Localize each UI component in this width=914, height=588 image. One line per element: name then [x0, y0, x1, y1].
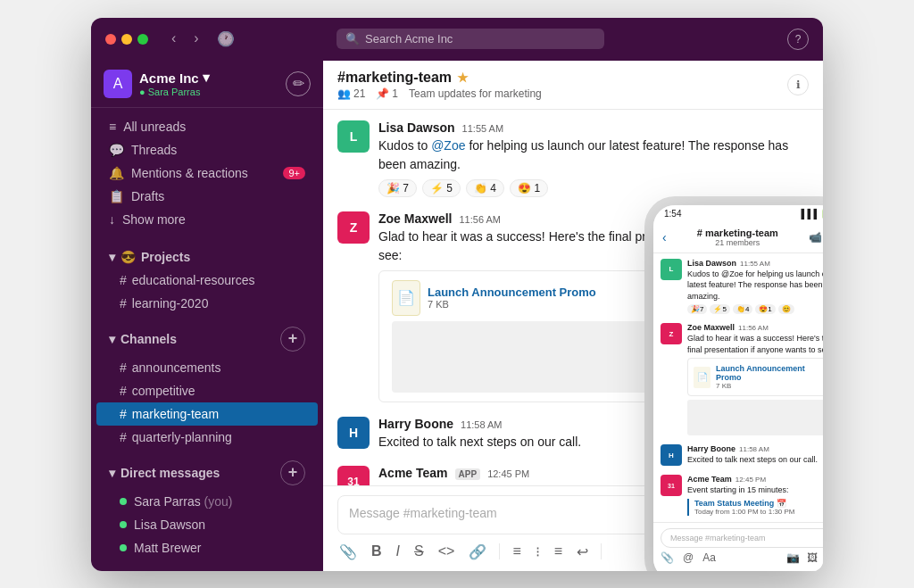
workspace-name[interactable]: Acme Inc ▾	[139, 70, 210, 86]
phone-file-attachment[interactable]: 📄 Launch Announcement Promo 7 KB	[687, 358, 823, 396]
channel-marketing-team[interactable]: # marketing-team	[96, 402, 318, 426]
phone-video-icon[interactable]: 📹	[809, 231, 822, 244]
reaction-party[interactable]: 🎉 7	[378, 179, 417, 197]
add-channel-button[interactable]: +	[280, 327, 305, 352]
channel-label: competitive	[132, 384, 195, 398]
sidebar-item-all-unreads[interactable]: ≡ All unreads	[96, 115, 318, 138]
phone-file-size: 7 KB	[716, 382, 823, 390]
link-button[interactable]: 🔗	[467, 542, 488, 562]
channel-announcements[interactable]: # announcements	[96, 356, 318, 379]
show-more-button[interactable]: ↓ Show more	[96, 208, 318, 231]
phone-image-icon[interactable]: 🖼	[807, 551, 818, 564]
threads-icon: 💬	[109, 143, 124, 157]
phone-attachment-icon[interactable]: 📎	[661, 551, 674, 564]
pins-count[interactable]: 📌 1	[376, 87, 398, 100]
history-button[interactable]: 🕐	[212, 29, 240, 49]
all-unreads-label: All unreads	[123, 120, 186, 134]
phone-reaction[interactable]: 😍1	[755, 304, 775, 314]
undo-button[interactable]: ↩	[575, 542, 590, 562]
collapse-icon: ▾	[109, 250, 115, 264]
chevron-down-icon: ↓	[109, 212, 115, 227]
ordered-list-button[interactable]: ≡	[511, 542, 522, 561]
compose-button[interactable]: ✏	[286, 71, 311, 96]
reaction-clap[interactable]: 👏 4	[466, 179, 504, 197]
message-author[interactable]: Acme Team	[378, 466, 448, 480]
channel-info-button[interactable]: ℹ	[787, 74, 809, 95]
reaction-heart-eyes[interactable]: 😍 1	[510, 179, 548, 197]
sidebar-item-threads[interactable]: 💬 Threads	[96, 138, 318, 161]
sidebar-item-mentions[interactable]: 🔔 Mentions & reactions 9+	[96, 161, 318, 185]
strikethrough-button[interactable]: S	[412, 542, 426, 561]
add-dm-button[interactable]: +	[280, 460, 305, 485]
phone-avatar-zoe: Z	[661, 323, 682, 344]
avatar-zoe: Z	[337, 211, 370, 244]
title-bar: ‹ › 🕐 🔍 Search Acme Inc ?	[91, 18, 823, 61]
message-author[interactable]: Zoe Maxwell	[378, 211, 452, 226]
chat-channel-name: #marketing-team ★	[337, 70, 542, 86]
back-button[interactable]: ‹	[166, 29, 181, 49]
chat-header: #marketing-team ★ 👥 21 📌 1 Te	[323, 61, 823, 110]
projects-section-header[interactable]: ▾ 😎 Projects	[96, 245, 318, 269]
channels-section-header[interactable]: ▾ Channels +	[96, 322, 318, 356]
drafts-icon: 📋	[109, 189, 124, 203]
phone-nav-icons: 📹 ℹ	[809, 231, 823, 244]
show-more-label: Show more	[122, 212, 186, 227]
channels-section: ▾ Channels + # announcements # competiti…	[91, 322, 323, 449]
dm-sara-parras[interactable]: Sara Parras (you)	[96, 490, 318, 513]
file-attachment[interactable]: 📄 Launch Announcement Promo 7 KB	[378, 270, 664, 402]
phone-file-icon: 📄	[694, 367, 710, 388]
close-button[interactable]	[105, 34, 116, 45]
phone-msg-author: Zoe Maxwell	[687, 323, 735, 332]
phone-reaction[interactable]: 👏4	[733, 304, 752, 314]
chat-header-left: #marketing-team ★ 👥 21 📌 1 Te	[337, 70, 542, 100]
phone-mention-icon[interactable]: @	[683, 551, 694, 564]
message-content: Lisa Dawson 11:55 AM Kudos to @Zoe for h…	[378, 120, 809, 197]
unordered-list-button[interactable]: ⁝	[534, 542, 542, 562]
channel-learning-2020[interactable]: # learning-2020	[96, 292, 318, 315]
phone-event-title: Team Status Meeting 📅	[694, 499, 823, 508]
phone-input-toolbar: 📎 @ Aa 📷 🖼 ⊕	[661, 551, 823, 564]
dms-section-header[interactable]: ▾ Direct messages +	[96, 456, 318, 490]
message-author[interactable]: Harry Boone	[378, 417, 453, 431]
phone-font-icon[interactable]: Aa	[702, 551, 716, 564]
channel-educational-resources[interactable]: # educational-resources	[96, 269, 318, 292]
phone-mockup: 1:54 ▐▐▐ 🔋 ‹ # marketing-team 21 members…	[653, 205, 823, 571]
message-time: 11:55 AM	[462, 123, 503, 134]
forward-button[interactable]: ›	[188, 29, 204, 49]
indent-button[interactable]: ≡	[553, 542, 564, 561]
phone-reaction[interactable]: 😊	[778, 304, 794, 314]
reaction-lightning[interactable]: ⚡ 5	[422, 179, 461, 197]
file-icon: 📄	[392, 280, 420, 316]
members-count[interactable]: 👥 21	[337, 87, 365, 100]
phone-input-box[interactable]: Message #marketing-team	[661, 528, 823, 548]
message-time: 11:58 AM	[461, 419, 502, 430]
bold-button[interactable]: B	[370, 542, 384, 561]
projects-emoji: 😎	[120, 250, 136, 264]
mention-zoe[interactable]: @Zoe	[431, 138, 465, 153]
maximize-button[interactable]	[137, 34, 148, 45]
sidebar-item-drafts[interactable]: 📋 Drafts	[96, 185, 318, 208]
code-button[interactable]: <>	[436, 542, 457, 561]
phone-msg-header: Lisa Dawson 11:55 AM	[687, 259, 823, 268]
dm-lisa-dawson[interactable]: Lisa Dawson	[96, 513, 318, 536]
search-bar[interactable]: 🔍 Search Acme Inc	[337, 29, 604, 49]
italic-button[interactable]: I	[395, 542, 402, 561]
phone-reaction[interactable]: ⚡5	[710, 304, 729, 314]
all-unreads-icon: ≡	[109, 120, 116, 134]
star-icon[interactable]: ★	[457, 70, 469, 85]
phone-message-acme: 31 Acme Team 12:45 PM Event starting in …	[661, 475, 823, 516]
phone-camera-icon[interactable]: 📷	[786, 551, 800, 564]
phone-reaction[interactable]: 🎉7	[687, 304, 707, 314]
phone-message-zoe: Z Zoe Maxwell 11:56 AM Glad to hear it w…	[661, 323, 823, 435]
hash-icon: #	[120, 430, 127, 444]
minimize-button[interactable]	[121, 34, 132, 45]
online-indicator	[120, 498, 127, 505]
phone-msg-content: Acme Team 12:45 PM Event starting in 15 …	[687, 475, 823, 516]
help-button[interactable]: ?	[787, 29, 809, 50]
dm-matt-brewer[interactable]: Matt Brewer	[96, 536, 318, 559]
channel-quarterly-planning[interactable]: # quarterly-planning	[96, 426, 318, 449]
attachment-button[interactable]: 📎	[337, 542, 359, 562]
phone-back-button[interactable]: ‹	[662, 230, 667, 244]
message-author[interactable]: Lisa Dawson	[378, 120, 455, 135]
channel-competitive[interactable]: # competitive	[96, 379, 318, 402]
